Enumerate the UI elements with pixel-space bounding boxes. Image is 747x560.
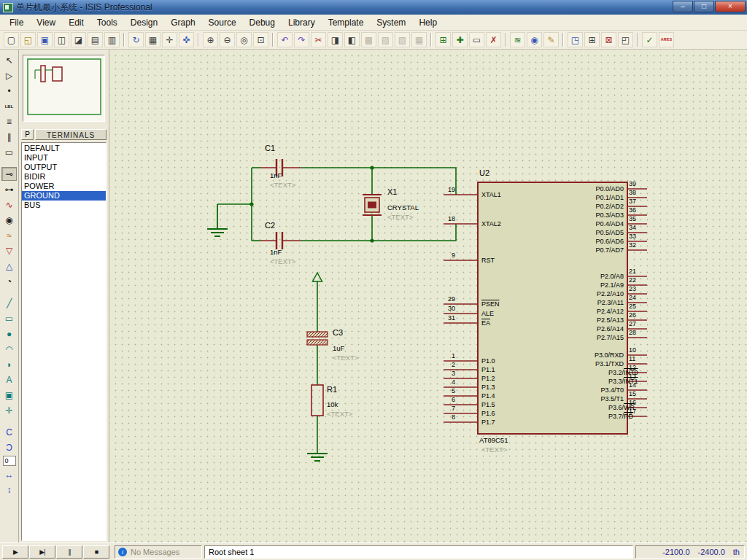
menu-file[interactable]: File [3,15,30,30]
voltage-probe-mode[interactable]: ▽ [1,244,17,257]
menu-help[interactable]: Help [412,15,444,30]
toggle-false-origin[interactable]: ✛ [162,32,177,47]
minimize-button[interactable]: ‒ [673,1,693,12]
generator-mode[interactable]: ≈ [1,228,17,242]
make-device[interactable]: ✚ [452,32,468,47]
new-root-sheet[interactable]: ⊞ [584,32,600,47]
component-c2[interactable] [260,232,301,249]
sheet-selector[interactable]: Root sheet 1 [204,545,633,559]
graphics-line-mode[interactable]: ╱ [1,296,17,310]
menu-graph[interactable]: Graph [164,15,201,30]
power-terminal[interactable] [313,273,322,281]
wire[interactable] [301,168,456,195]
save-design[interactable]: ▣ [37,32,53,47]
rotation-angle-input[interactable] [3,456,16,466]
ground-terminal-bottom[interactable] [307,454,328,461]
play-button[interactable]: ▶ [2,545,28,559]
y-mirror[interactable]: ↕ [1,483,17,497]
menu-debug[interactable]: Debug [243,15,282,30]
wire-autorouter[interactable]: ≋ [510,32,525,47]
component-x1[interactable] [363,195,382,215]
rotate-clockwise[interactable]: C [1,425,17,439]
virtual-instruments-mode[interactable]: ◔ [1,274,17,288]
graphics-circle-mode[interactable]: ● [1,327,17,341]
toggle-grid[interactable]: ▦ [145,32,160,47]
schematic-canvas[interactable]: 19XTAL118XTAL29RST29PSEN30ALE31EA1P1.02P… [109,50,747,542]
remove-current-sheet[interactable]: ⊠ [601,32,616,47]
decompose-element[interactable]: ✗ [486,32,501,47]
maximize-button[interactable]: □ [694,1,714,12]
rotate-anticlockwise[interactable]: Ɔ [1,440,17,454]
ground-terminal-left[interactable] [207,204,228,236]
menu-tools[interactable]: Tools [90,15,124,30]
search-and-tag[interactable]: ◉ [527,32,542,47]
zoom-all[interactable]: ◎ [236,32,252,47]
terminal-type-bidir[interactable]: BIDIR [22,172,106,182]
copy-to-clipboard[interactable]: ◨ [328,32,343,47]
cut-to-clipboard[interactable]: ✂ [311,32,326,47]
terminal-type-output[interactable]: OUTPUT [22,163,106,172]
wire-label-mode[interactable]: LBL [1,99,17,113]
center-at-cursor[interactable]: ✜ [179,32,194,47]
markers-mode[interactable]: ✛ [1,403,17,417]
component-c1[interactable] [260,159,301,176]
x-mirror[interactable]: ↔ [1,467,17,481]
netlist-to-ares[interactable]: ARES [659,32,674,47]
terminals-mode[interactable]: ⊸ [1,167,17,181]
design-explorer[interactable]: ◳ [568,32,583,47]
graphics-arc-mode[interactable]: ◠ [1,342,17,356]
graphics-path-mode[interactable]: ◗ [1,357,17,371]
graphics-symbols-mode[interactable]: ▣ [1,388,17,402]
component-r1[interactable] [311,385,323,416]
mark-output-area[interactable]: ▥ [104,32,120,47]
terminal-type-bus[interactable]: BUS [22,201,106,210]
terminal-type-power[interactable]: POWER [22,182,106,191]
zoom-out[interactable]: ⊖ [220,32,235,47]
menu-template[interactable]: Template [322,15,371,30]
selection-mode[interactable]: ↖ [1,53,17,67]
pause-button[interactable]: || [56,545,82,559]
pick-device[interactable]: ⊞ [436,32,451,47]
component-u2[interactable] [478,182,627,434]
device-pins-mode[interactable]: ⊶ [1,182,17,196]
buses-mode[interactable]: ∥ [1,130,17,144]
pick-devices-button[interactable]: P [21,129,34,140]
undo[interactable]: ↶ [277,32,293,47]
junction-dot-mode[interactable]: • [1,84,17,98]
subcircuit-mode[interactable]: ▭ [1,145,17,159]
terminal-type-default[interactable]: DEFAULT [22,144,106,153]
component-c3[interactable] [307,332,328,345]
step-button[interactable]: ▶| [29,545,55,559]
stop-button[interactable]: ■ [83,545,109,559]
exit-to-parent-sheet[interactable]: ◰ [618,32,633,47]
export-section[interactable]: ◪ [71,32,86,47]
print-design[interactable]: ▤ [88,32,103,47]
menu-system[interactable]: System [370,15,412,30]
zoom-to-area[interactable]: ⊡ [253,32,268,47]
redo[interactable]: ↷ [294,32,309,47]
menu-edit[interactable]: Edit [62,15,90,30]
current-probe-mode[interactable]: △ [1,259,17,273]
packaging-tool[interactable]: ▭ [469,32,484,47]
import-section[interactable]: ◫ [54,32,69,47]
graph-mode[interactable]: ∿ [1,198,17,211]
graphics-box-mode[interactable]: ▭ [1,311,17,325]
menu-design[interactable]: Design [124,15,164,30]
terminal-type-input[interactable]: INPUT [22,153,106,163]
paste-from-clipboard[interactable]: ◧ [344,32,360,47]
redraw-display[interactable]: ↻ [128,32,144,47]
electrical-rule-check[interactable]: ✓ [642,32,657,47]
property-assignment-tool[interactable]: ✎ [543,32,559,47]
menu-source[interactable]: Source [202,15,243,30]
zoom-in[interactable]: ⊕ [203,32,218,47]
menu-view[interactable]: View [30,15,62,30]
component-mode[interactable]: ▷ [1,69,17,82]
wire[interactable] [301,224,456,241]
graphics-text-mode[interactable]: A [1,373,17,386]
tape-recorder-mode[interactable]: ◉ [1,213,17,227]
text-script-mode[interactable]: ≡ [1,114,17,128]
new-design[interactable]: ▢ [4,32,19,47]
close-button[interactable]: × [715,1,746,12]
terminal-type-ground[interactable]: GROUND [22,191,106,201]
open-design[interactable]: ◱ [20,32,36,47]
